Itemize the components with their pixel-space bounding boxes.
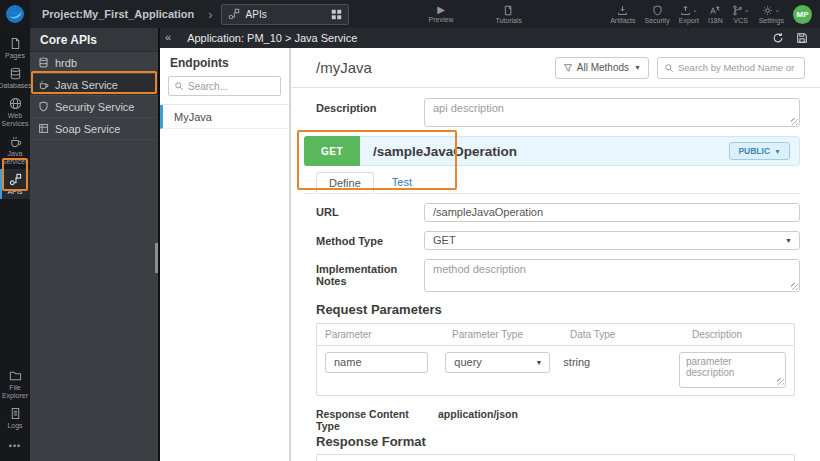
response-content-type-row: Response Content Type application/json — [316, 408, 800, 432]
more-icon: ••• — [9, 441, 21, 451]
core-api-item-java-service[interactable]: Java Service — [30, 74, 158, 96]
branch-icon — [732, 5, 743, 16]
table-row: query ▼ string — [317, 346, 794, 395]
parameter-name-input[interactable] — [325, 352, 428, 373]
sidebar-item-apis[interactable]: APIs — [0, 169, 30, 199]
refresh-icon — [772, 32, 784, 44]
i18n-button[interactable]: I18N — [708, 0, 723, 28]
column-header: Operation — [317, 455, 477, 461]
column-header: Parameter Type — [444, 324, 562, 345]
sidebar-item-databases[interactable]: Databases — [0, 63, 30, 93]
play-icon: ▶ — [437, 5, 445, 15]
url-input[interactable] — [424, 203, 800, 222]
implementation-notes-row: Implementation Notes — [304, 259, 800, 292]
core-api-item-security-service[interactable]: Security Service — [30, 96, 158, 118]
caret-down-icon: ▼ — [634, 64, 641, 71]
methods-filter-dropdown[interactable]: All Methods ▼ — [555, 57, 649, 79]
endpoints-search-input[interactable] — [188, 81, 273, 92]
refresh-button[interactable] — [772, 32, 784, 44]
description-textarea[interactable] — [424, 98, 800, 127]
data-type-value: string — [555, 352, 671, 368]
sidebar-item-pages[interactable]: Pages — [0, 33, 30, 63]
globe-icon — [9, 97, 22, 110]
sidebar-item-file-explorer[interactable]: File Explorer — [0, 365, 30, 403]
visibility-dropdown[interactable]: PUBLIC ▼ — [729, 142, 790, 160]
wavemaker-logo-icon — [5, 4, 25, 24]
caret-down-icon: ▼ — [785, 237, 792, 244]
column-header: Description — [639, 455, 794, 461]
page-title: /myJava — [316, 59, 555, 76]
vcs-button[interactable]: ⌄ VCS — [732, 0, 750, 28]
apis-tab[interactable]: APIs — [221, 4, 349, 25]
sidebar-item-web-services[interactable]: Web Services — [0, 93, 30, 131]
sidebar-more-button[interactable]: ••• — [0, 433, 30, 461]
url-row: URL — [304, 202, 800, 222]
method-type-select[interactable]: GET ▼ — [424, 231, 800, 250]
coffee-icon — [38, 79, 49, 90]
parameter-description-textarea[interactable] — [679, 352, 786, 388]
database-icon — [9, 67, 22, 80]
project-name[interactable]: Project:My_First_Application — [42, 8, 194, 20]
core-apis-title: Core APIs — [30, 28, 158, 52]
save-button[interactable] — [796, 32, 808, 44]
settings-button[interactable]: ⌄ Settings — [759, 0, 784, 28]
chevron-right-icon: › — [208, 7, 212, 22]
artifacts-button[interactable]: Artifacts — [610, 0, 635, 28]
method-search[interactable] — [657, 57, 805, 79]
application-breadcrumb-strip: « Application: PM_10 > Java Service — [160, 28, 820, 48]
endpoints-panel: Endpoints MyJava — [160, 48, 290, 461]
export-button[interactable]: ⌄ Export — [679, 0, 699, 28]
column-header: Data Type — [562, 324, 684, 345]
core-api-item-hrdb[interactable]: hrdb — [30, 52, 158, 74]
user-avatar[interactable]: MP — [793, 5, 812, 24]
method-type-label: Method Type — [316, 231, 424, 250]
preview-button[interactable]: ▶ Preview — [429, 0, 454, 28]
security-button[interactable]: Security — [645, 0, 670, 28]
sidebar-spacer — [0, 199, 30, 365]
method-type-row: Method Type GET ▼ — [304, 231, 800, 250]
tab-test[interactable]: Test — [380, 172, 424, 193]
main-content: /myJava All Methods ▼ Description — [290, 48, 820, 461]
operation-section: GET /sampleJavaOperation PUBLIC ▼ Define… — [304, 136, 800, 194]
tab-define[interactable]: Define — [316, 172, 374, 193]
soap-icon — [38, 123, 49, 134]
core-api-item-soap-service[interactable]: Soap Service — [30, 118, 158, 140]
operation-bar[interactable]: GET /sampleJavaOperation PUBLIC ▼ — [304, 136, 800, 166]
caret-down-icon: ⌄ — [774, 6, 780, 14]
tutorials-button[interactable]: Tutorials — [495, 0, 522, 28]
translate-icon — [709, 5, 721, 16]
logs-icon — [9, 407, 22, 420]
left-sidebar: Pages Databases Web Services Java Servic… — [0, 28, 30, 461]
wavemaker-logo[interactable] — [0, 0, 30, 28]
breadcrumb: Application: PM_10 > Java Service — [187, 32, 772, 44]
sidebar-item-logs[interactable]: Logs — [0, 403, 30, 433]
search-icon — [174, 81, 184, 91]
top-bar: Project:My_First_Application › APIs ▶ Pr… — [0, 0, 820, 28]
table-header: Operation Type Description — [317, 455, 794, 461]
method-search-input[interactable] — [678, 62, 796, 73]
api-icon — [228, 8, 240, 20]
grid-icon[interactable] — [331, 9, 342, 20]
column-header: Description — [684, 324, 794, 345]
operation-tabs: Define Test — [304, 172, 800, 194]
coffee-icon — [9, 135, 22, 148]
collapse-panel-icon[interactable]: « — [160, 31, 177, 45]
endpoints-title: Endpoints — [160, 48, 289, 76]
scrollbar-thumb[interactable] — [155, 243, 158, 273]
endpoint-item-myjava[interactable]: MyJava — [160, 105, 289, 129]
shield-icon — [38, 101, 49, 112]
request-parameters-title: Request Parameters — [316, 302, 800, 317]
response-format-title: Response Format — [316, 434, 800, 449]
caret-down-icon: ▼ — [774, 148, 781, 155]
url-label: URL — [316, 202, 424, 222]
download-icon — [617, 5, 628, 16]
parameter-type-select[interactable]: query ▼ — [445, 352, 550, 373]
topbar-actions: Artifacts Security ⌄ Export — [610, 0, 820, 28]
caret-down-icon: ⌄ — [744, 6, 750, 14]
api-icon — [9, 173, 22, 186]
endpoints-search[interactable] — [168, 76, 281, 96]
column-header: Type — [477, 455, 639, 461]
sidebar-item-java-services[interactable]: Java Services — [0, 131, 30, 169]
implementation-notes-textarea[interactable] — [424, 259, 800, 292]
implementation-notes-label: Implementation Notes — [316, 259, 424, 292]
